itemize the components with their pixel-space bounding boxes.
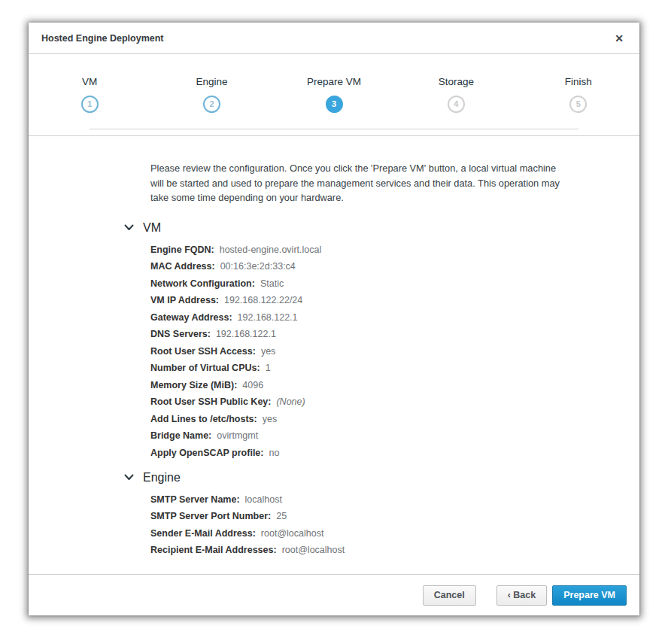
- config-value: localhost: [245, 494, 282, 505]
- config-row: SMTP Server Name:localhost: [150, 495, 572, 505]
- back-button[interactable]: ‹ Back: [496, 585, 548, 606]
- config-label: Root User SSH Access:: [150, 346, 256, 357]
- step-label: Engine: [150, 76, 272, 87]
- step-storage: Storage 4: [395, 76, 517, 135]
- config-row: Apply OpenSCAP profile:no: [150, 448, 572, 458]
- step-engine[interactable]: Engine 2: [150, 76, 272, 135]
- step-finish: Finish 5: [518, 76, 639, 135]
- engine-config-list: SMTP Server Name:localhost SMTP Server P…: [150, 495, 572, 556]
- config-label: Memory Size (MiB):: [150, 380, 237, 390]
- wizard-stepper: VM 1 Engine 2 Prepare VM 3 Storage 4 Fin…: [29, 54, 639, 136]
- dialog-header: Hosted Engine Deployment ✕: [29, 23, 639, 54]
- config-row: Bridge Name:ovirtmgmt: [150, 431, 572, 441]
- config-label: Root User SSH Public Key:: [150, 396, 271, 407]
- dialog-title: Hosted Engine Deployment: [41, 33, 612, 44]
- config-value: ovirtmgmt: [217, 430, 258, 441]
- config-row: Engine FQDN:hosted-engine.ovirt.local: [150, 245, 572, 255]
- step-label: Prepare VM: [273, 76, 395, 87]
- step-number-badge: 1: [81, 96, 99, 113]
- config-row: VM IP Address:192.168.122.22/24: [150, 296, 572, 305]
- config-row: DNS Servers:192.168.122.1: [150, 330, 572, 339]
- step-prepare-vm[interactable]: Prepare VM 3: [273, 76, 395, 135]
- config-label: Sender E-Mail Address:: [150, 528, 256, 539]
- config-label: Engine FQDN:: [150, 245, 214, 255]
- config-row: MAC Address:00:16:3e:2d:33:c4: [150, 262, 572, 272]
- config-value: 192.168.122.22/24: [224, 295, 302, 305]
- chevron-down-icon: [124, 224, 134, 231]
- step-vm[interactable]: VM 1: [29, 76, 150, 135]
- config-value: yes: [263, 414, 277, 424]
- review-intro-text: Please review the configuration. Once yo…: [150, 161, 572, 205]
- config-row: Root User SSH Access:yes: [150, 347, 572, 357]
- config-label: Bridge Name:: [150, 430, 211, 441]
- config-value: root@localhost: [261, 528, 324, 539]
- config-row: Root User SSH Public Key:(None): [150, 397, 572, 407]
- config-label: Number of Virtual CPUs:: [150, 363, 260, 373]
- config-value: 4096: [242, 380, 263, 390]
- config-value: 192.168.122.1: [238, 312, 298, 323]
- section-header-vm[interactable]: VM: [124, 221, 572, 235]
- hosted-engine-deployment-dialog: Hosted Engine Deployment ✕ VM 1 Engine 2…: [29, 23, 639, 615]
- config-value: no: [269, 448, 279, 458]
- config-label: Add Lines to /etc/hosts:: [150, 414, 257, 424]
- step-label: Storage: [395, 76, 517, 87]
- step-label: VM: [29, 76, 150, 87]
- section-header-engine[interactable]: Engine: [124, 471, 572, 485]
- config-value: yes: [261, 346, 275, 357]
- config-value: Static: [260, 278, 284, 289]
- review-panel: Please review the configuration. Once yo…: [29, 136, 639, 574]
- step-number-badge: 5: [569, 96, 587, 113]
- config-label: DNS Servers:: [150, 329, 211, 339]
- config-value: 192.168.122.1: [216, 329, 276, 339]
- config-value: 25: [276, 511, 287, 521]
- config-row: SMTP Server Port Number:25: [150, 512, 572, 521]
- step-number-badge: 2: [203, 96, 220, 113]
- config-row: Memory Size (MiB):4096: [150, 381, 572, 390]
- config-label: MAC Address:: [150, 261, 215, 272]
- step-number-badge: 4: [448, 96, 465, 113]
- config-label: SMTP Server Port Number:: [150, 511, 271, 521]
- vm-config-list: Engine FQDN:hosted-engine.ovirt.local MA…: [150, 245, 572, 458]
- prepare-vm-button[interactable]: Prepare VM: [552, 585, 627, 606]
- dialog-footer: Cancel ‹ Back Prepare VM: [29, 574, 639, 615]
- config-row: Sender E-Mail Address:root@localhost: [150, 529, 572, 539]
- config-label: SMTP Server Name:: [150, 494, 240, 505]
- config-label: Network Configuration:: [150, 278, 255, 289]
- section-title: VM: [143, 221, 161, 235]
- close-icon[interactable]: ✕: [612, 32, 627, 45]
- config-row: Recipient E-Mail Addresses:root@localhos…: [150, 545, 572, 555]
- config-value: hosted-engine.ovirt.local: [220, 245, 322, 255]
- config-value: root@localhost: [282, 545, 345, 555]
- config-label: Recipient E-Mail Addresses:: [150, 545, 277, 555]
- cancel-button[interactable]: Cancel: [423, 585, 476, 606]
- config-label: VM IP Address:: [150, 295, 219, 305]
- config-row: Network Configuration:Static: [150, 279, 572, 289]
- section-title: Engine: [143, 471, 181, 485]
- config-row: Gateway Address:192.168.122.1: [150, 313, 572, 323]
- step-label: Finish: [518, 76, 639, 87]
- step-number-badge: 3: [326, 96, 343, 113]
- config-row: Number of Virtual CPUs:1: [150, 363, 572, 373]
- config-label: Apply OpenSCAP profile:: [150, 448, 263, 458]
- config-row: Add Lines to /etc/hosts:yes: [150, 415, 572, 424]
- config-value: (None): [276, 396, 305, 407]
- chevron-down-icon: [124, 474, 134, 481]
- config-value: 00:16:3e:2d:33:c4: [220, 261, 296, 272]
- config-label: Gateway Address:: [150, 312, 232, 323]
- config-value: 1: [266, 363, 271, 373]
